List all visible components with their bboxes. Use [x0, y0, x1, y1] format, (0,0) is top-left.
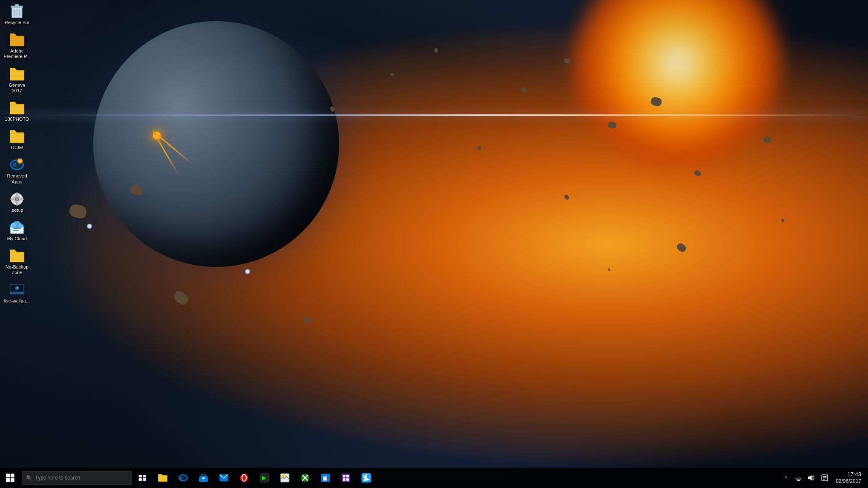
svg-rect-32 [143, 478, 146, 481]
app8-icon: ▣ [321, 473, 330, 482]
removed-apps-label: Removed Apps [3, 173, 31, 184]
sun-glow [571, 0, 783, 169]
edge-icon: e [178, 473, 188, 482]
svg-point-22 [11, 223, 17, 228]
svg-rect-20 [13, 230, 19, 231]
notification-button[interactable] [818, 468, 832, 488]
windows-logo-quad [6, 478, 10, 482]
svg-point-13 [15, 197, 19, 201]
desktop-icon-recycle-bin[interactable]: Recycle Bin [2, 2, 32, 27]
desktop-icon-my-cloud[interactable]: My Cloud [2, 218, 32, 243]
irfanview-icon [280, 473, 289, 482]
search-input[interactable] [35, 475, 120, 481]
taskbar-app-xbox[interactable] [295, 468, 315, 488]
svg-point-44 [282, 474, 284, 477]
desktop-icon-live-wallpaper[interactable]: live-wallpa... [2, 280, 32, 305]
asteroid [520, 86, 527, 94]
svg-marker-55 [808, 475, 812, 480]
svg-rect-14 [16, 192, 18, 196]
desktop-icon-100photo[interactable]: 100PHOTO [2, 99, 32, 124]
removed-apps-icon: e ✕ [9, 157, 25, 172]
asteroid [303, 315, 312, 324]
desktop-icon-no-backup-zone[interactable]: No-Backup Zone [2, 247, 32, 277]
desktop-icons: Recycle Bin Adobe Premiere P... Geneva 2… [0, 0, 34, 488]
live-wallpaper-icon [9, 282, 25, 297]
svg-text:▶: ▶ [262, 474, 266, 481]
light-beam [0, 114, 868, 116]
clock[interactable]: 17:43 02/06/2017 [832, 468, 865, 488]
svg-text:e: e [13, 160, 17, 169]
asteroid [434, 48, 438, 53]
taskbar-app-store[interactable] [193, 468, 214, 488]
taskbar-app-opera[interactable] [234, 468, 254, 488]
dcim-icon [9, 129, 25, 144]
adobe-premiere-label: Adobe Premiere P... [3, 48, 31, 59]
svg-rect-30 [143, 475, 146, 477]
my-cloud-label: My Cloud [7, 236, 27, 241]
start-button[interactable] [0, 468, 20, 488]
windows-logo [6, 474, 14, 482]
svg-rect-31 [139, 478, 142, 481]
svg-rect-25 [10, 292, 24, 294]
asteroid [172, 289, 190, 307]
taskbar-apps: e [153, 468, 780, 488]
planet [93, 21, 339, 267]
desktop-icon-setup[interactable]: .setup [2, 190, 32, 215]
svg-rect-48 [342, 474, 350, 482]
windows-logo-quad [11, 474, 14, 477]
svg-rect-52 [346, 478, 349, 481]
search-icon: 🔍 [26, 475, 33, 481]
recycle-bin-label: Recycle Bin [5, 20, 29, 25]
distant-ship-2 [245, 269, 250, 274]
desktop: Recycle Bin Adobe Premiere P... Geneva 2… [0, 0, 868, 488]
asteroid [763, 135, 772, 144]
expand-icon: ^ [785, 475, 787, 481]
live-wallpaper-label: live-wallpa... [4, 298, 30, 304]
opera-icon [239, 473, 249, 482]
taskbar-app-file-explorer[interactable] [153, 468, 173, 488]
taskbar-app-mail[interactable] [214, 468, 234, 488]
recycle-bin-icon [9, 4, 25, 19]
asteroid [68, 203, 88, 219]
tray-expand-button[interactable]: ^ [780, 468, 792, 488]
desktop-icon-geneva-2017[interactable]: Geneva 2017 [2, 65, 32, 95]
svg-point-23 [18, 224, 23, 228]
file-explorer-icon [158, 474, 167, 482]
100photo-icon [9, 100, 25, 116]
desktop-icon-removed-apps[interactable]: e ✕ Removed Apps [2, 155, 32, 186]
dcim-label: DCIM [11, 145, 23, 150]
my-cloud-icon [9, 220, 25, 235]
svg-text:▣: ▣ [323, 475, 327, 481]
taskbar-app-twitter[interactable] [356, 468, 376, 488]
geneva-2017-label: Geneva 2017 [3, 83, 31, 94]
desktop-icon-dcim[interactable]: DCIM [2, 127, 32, 152]
taskbar-app-8[interactable]: ▣ [315, 468, 336, 488]
svg-rect-49 [343, 475, 345, 477]
desktop-icon-adobe-premiere[interactable]: Adobe Premiere P... [2, 30, 32, 61]
tray-network-icon[interactable] [793, 468, 804, 488]
taskbar-app-winamp[interactable]: ▶ [254, 468, 275, 488]
setup-icon [9, 191, 25, 207]
svg-text:✕: ✕ [19, 159, 22, 164]
asteroid [607, 268, 611, 271]
distant-ship [87, 224, 92, 229]
svg-rect-50 [346, 475, 349, 477]
tray-volume-icon[interactable] [805, 468, 817, 488]
network-icon [795, 475, 802, 481]
asteroid [477, 145, 482, 151]
clock-time: 17:43 [847, 471, 861, 478]
taskbar-app-edge[interactable]: e [173, 468, 193, 488]
spaceship [153, 131, 161, 140]
svg-text:e: e [180, 475, 183, 481]
search-bar[interactable]: 🔍 [22, 471, 132, 485]
task-view-button[interactable] [132, 468, 153, 488]
windows-logo-quad [11, 478, 14, 482]
taskbar-app-9[interactable] [336, 468, 356, 488]
clock-date: 02/06/2017 [836, 478, 861, 485]
asteroid [693, 169, 702, 177]
task-view-icon [139, 475, 146, 481]
wallpaper [0, 0, 868, 488]
taskbar-app-irfanview[interactable] [275, 468, 295, 488]
asteroid [390, 73, 395, 76]
svg-rect-2 [15, 4, 19, 6]
